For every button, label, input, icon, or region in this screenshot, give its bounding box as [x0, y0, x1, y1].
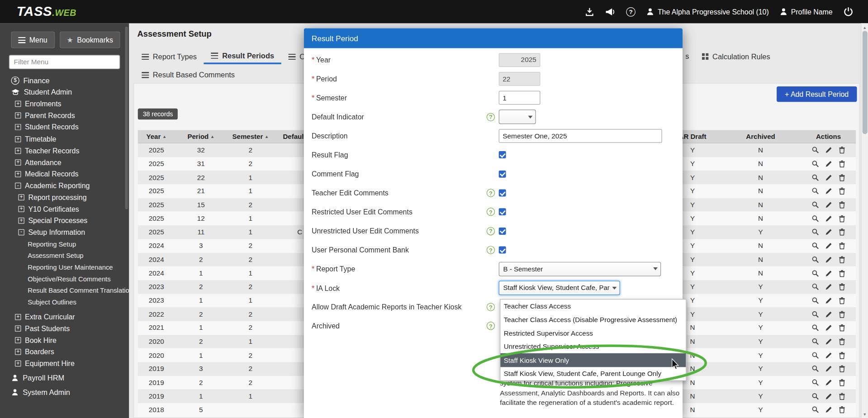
view-icon[interactable]	[811, 201, 819, 209]
view-icon[interactable]	[811, 242, 819, 250]
view-icon[interactable]	[811, 406, 819, 414]
app-logo[interactable]: TASS.WEB	[17, 4, 76, 19]
edit-icon[interactable]	[825, 228, 832, 236]
report-type-select[interactable]: B - Semester	[499, 262, 661, 276]
column-header-year[interactable]: Year▲	[138, 133, 175, 140]
menu-button[interactable]: Menu	[11, 32, 54, 48]
edit-icon[interactable]	[825, 324, 832, 332]
expand-icon[interactable]: +	[15, 136, 21, 142]
sidebar-item-subject-outlines[interactable]: Subject Outlines	[0, 297, 129, 309]
edit-icon[interactable]	[825, 283, 832, 291]
expand-icon[interactable]: +	[15, 101, 21, 107]
sidebar-item-teacher-records[interactable]: +Teacher Records	[0, 145, 129, 157]
expand-icon[interactable]: +	[15, 147, 21, 153]
unrestricted-user-edit-comments-checkbox[interactable]	[499, 228, 506, 235]
edit-icon[interactable]	[825, 187, 832, 195]
expand-icon[interactable]: +	[15, 124, 21, 130]
delete-icon[interactable]	[838, 324, 845, 332]
page-scrollbar[interactable]: ▲ ▼	[861, 23, 868, 418]
dropdown-option[interactable]: Teacher Class Access (Disable Progressiv…	[500, 313, 686, 327]
expand-icon[interactable]: +	[15, 171, 21, 177]
sidebar-item-payroll-hrm[interactable]: Payroll HRM	[0, 372, 129, 384]
column-header-actions[interactable]: Actions	[801, 133, 856, 140]
view-icon[interactable]	[811, 392, 819, 400]
scrollbar-thumb[interactable]	[862, 31, 867, 134]
school-selector[interactable]: The Alpha Progressive School (10)	[646, 7, 769, 16]
edit-icon[interactable]	[825, 379, 832, 386]
edit-icon[interactable]	[825, 256, 832, 263]
view-icon[interactable]	[811, 324, 819, 332]
edit-icon[interactable]	[825, 147, 832, 154]
tab-fragment[interactable]: s	[685, 52, 689, 60]
field-help-icon[interactable]: ?	[487, 246, 495, 254]
tab-result-based-comments[interactable]: Result Based Comments	[134, 67, 242, 82]
tab-calculation-rules[interactable]: Calculation Rules	[695, 49, 778, 64]
delete-icon[interactable]	[838, 187, 845, 195]
view-icon[interactable]	[811, 283, 819, 291]
delete-icon[interactable]	[838, 201, 845, 209]
scroll-up-icon[interactable]: ▲	[861, 23, 868, 31]
sidebar-item-equipment-hire[interactable]: +Equipment Hire	[0, 358, 129, 370]
field-help-icon[interactable]: ?	[487, 322, 495, 330]
sidebar-item-setup-information[interactable]: -Setup Information	[0, 227, 129, 238]
view-icon[interactable]	[811, 174, 819, 181]
expand-icon[interactable]: +	[15, 337, 21, 343]
view-icon[interactable]	[811, 160, 819, 168]
view-icon[interactable]	[811, 228, 819, 236]
edit-icon[interactable]	[825, 269, 832, 277]
restricted-user-edit-comments-checkbox[interactable]	[499, 209, 506, 216]
sidebar-item-boarders[interactable]: +Boarders	[0, 346, 129, 358]
sidebar-item-report-processing[interactable]: +Report processing	[0, 191, 129, 203]
edit-icon[interactable]	[825, 160, 832, 168]
tab-report-types[interactable]: Report Types	[134, 49, 204, 64]
delete-icon[interactable]	[838, 269, 845, 277]
view-icon[interactable]	[811, 269, 819, 277]
expand-icon[interactable]: +	[15, 349, 21, 355]
edit-icon[interactable]	[825, 242, 832, 250]
field-help-icon[interactable]: ?	[487, 303, 495, 311]
collapse-icon[interactable]: -	[18, 229, 24, 235]
delete-icon[interactable]	[838, 228, 845, 236]
dropdown-option[interactable]: Unrestricted Supervisor Access	[500, 340, 686, 353]
edit-icon[interactable]	[825, 392, 832, 400]
field-help-icon[interactable]: ?	[487, 208, 495, 216]
delete-icon[interactable]	[838, 365, 845, 373]
view-icon[interactable]	[811, 297, 819, 304]
expand-icon[interactable]: +	[15, 159, 21, 165]
view-icon[interactable]	[811, 256, 819, 263]
download-icon[interactable]	[584, 7, 594, 16]
sidebar-item-parent-records[interactable]: +Parent Records	[0, 110, 129, 122]
sidebar-item-reporting-setup[interactable]: Reporting Setup	[0, 238, 129, 250]
help-icon[interactable]: ?	[626, 7, 636, 16]
tab-result-periods[interactable]: Result Periods	[204, 49, 281, 64]
expand-icon[interactable]: +	[18, 206, 24, 212]
delete-icon[interactable]	[838, 297, 845, 304]
expand-icon[interactable]: +	[15, 326, 21, 332]
delete-icon[interactable]	[838, 392, 845, 400]
announcements-icon[interactable]	[605, 7, 616, 16]
description-input[interactable]	[499, 129, 662, 143]
sidebar-item-finance[interactable]: $Finance	[0, 75, 129, 86]
default-indicator-select[interactable]	[499, 110, 536, 124]
delete-icon[interactable]	[838, 283, 845, 291]
sidebar-item-assessment-setup[interactable]: Assessment Setup	[0, 250, 129, 261]
view-icon[interactable]	[811, 147, 819, 154]
sort-asc-icon[interactable]: ▲	[162, 134, 166, 139]
sidebar-item-y10-certificates[interactable]: +Y10 Certificates	[0, 203, 129, 215]
sort-asc-icon[interactable]: ▲	[210, 134, 214, 139]
filter-menu-input[interactable]	[9, 55, 120, 69]
sidebar-item-result-based-comment-translations[interactable]: Result Based Comment Translations	[0, 285, 129, 297]
sort-asc-icon[interactable]: ▲	[265, 134, 269, 139]
dropdown-option[interactable]: Restricted Supervisor Access	[500, 327, 686, 340]
expand-icon[interactable]: +	[15, 314, 21, 320]
delete-icon[interactable]	[838, 406, 845, 414]
sidebar-item-medical-records[interactable]: +Medical Records	[0, 168, 129, 180]
expand-icon[interactable]: +	[15, 361, 21, 366]
field-help-icon[interactable]: ?	[487, 189, 495, 197]
sidebar-item-reporting-user-maintenance[interactable]: Reporting User Maintenance	[0, 261, 129, 273]
delete-icon[interactable]	[838, 310, 845, 318]
sidebar-item-student-admin[interactable]: Student Admin	[0, 86, 129, 98]
sidebar-item-extra-curricular[interactable]: +Extra Curricular	[0, 311, 129, 323]
column-header-archived[interactable]: Archived	[720, 133, 801, 140]
sidebar-item-past-students[interactable]: +Past Students	[0, 323, 129, 334]
